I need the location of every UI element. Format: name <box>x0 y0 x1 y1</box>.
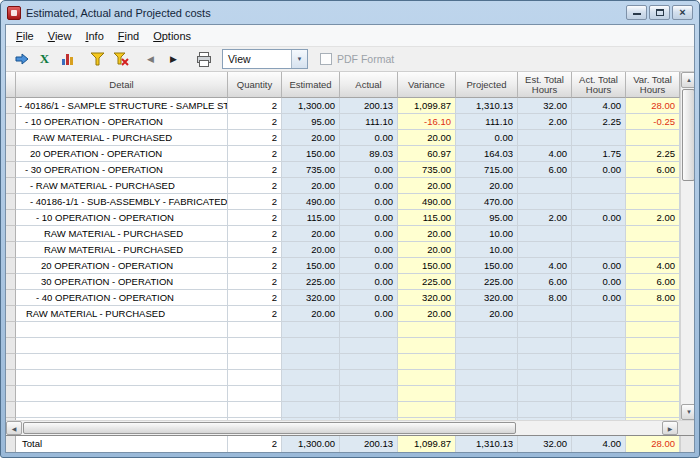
cell-var_hours <box>626 354 680 370</box>
filter-icon <box>90 52 105 66</box>
cell-detail: RAW MATERIAL - PURCHASED <box>16 242 228 258</box>
window-content: FileViewInfoFindOptions X ◀ ▶ <box>5 24 695 453</box>
cell-detail: - 30 OPERATION - OPERATION <box>16 162 228 178</box>
filter-button[interactable] <box>86 49 109 70</box>
menu-item-file[interactable]: File <box>9 27 41 45</box>
chart-button[interactable] <box>56 49 79 70</box>
print-button[interactable] <box>192 49 215 70</box>
cell-projected: 111.10 <box>456 114 518 130</box>
row-selector[interactable] <box>6 274 16 290</box>
previous-button[interactable]: ◀ <box>139 49 162 70</box>
cell-act_hours: 2.25 <box>572 114 626 130</box>
table-row[interactable]: 20 OPERATION - OPERATION2150.0089.0360.9… <box>6 146 680 162</box>
table-row[interactable]: RAW MATERIAL - PURCHASED220.000.0020.002… <box>6 306 680 322</box>
column-header-variance[interactable]: Variance <box>398 72 456 98</box>
row-selector[interactable] <box>6 162 16 178</box>
vertical-scrollbar[interactable]: ▲ ▼ <box>680 72 694 420</box>
cell-actual: 0.00 <box>340 274 398 290</box>
close-button[interactable]: × <box>672 5 693 20</box>
menu-item-find[interactable]: Find <box>111 27 146 45</box>
table-row[interactable]: - 40186-1/1 - SUB-ASSEMBLY - FABRICATED2… <box>6 194 680 210</box>
row-selector[interactable] <box>6 98 16 114</box>
row-selector[interactable] <box>6 242 16 258</box>
table-row[interactable]: 30 OPERATION - OPERATION2225.000.00225.0… <box>6 274 680 290</box>
cell-projected: 10.00 <box>456 226 518 242</box>
row-selector[interactable] <box>6 290 16 306</box>
cell-estimated: 95.00 <box>282 114 340 130</box>
vertical-scroll-thumb[interactable] <box>682 89 694 181</box>
scroll-down-button[interactable]: ▼ <box>681 404 694 420</box>
column-header-estimated[interactable]: Estimated <box>282 72 340 98</box>
column-header-projected[interactable]: Projected <box>456 72 518 98</box>
cell-variance: 150.00 <box>398 258 456 274</box>
pdf-format-label: PDF Format <box>337 53 394 65</box>
excel-export-button[interactable]: X <box>33 49 56 70</box>
view-dropdown[interactable]: View ▼ <box>222 49 308 69</box>
column-header-act_hours[interactable]: Act. Total Hours <box>572 72 626 98</box>
table-row[interactable]: - 10 OPERATION - OPERATION2115.000.00115… <box>6 210 680 226</box>
column-header-quantity[interactable]: Quantity <box>228 72 282 98</box>
cell-actual <box>340 354 398 370</box>
scroll-up-button[interactable]: ▲ <box>681 72 694 88</box>
scroll-right-button[interactable]: ▶ <box>662 421 678 435</box>
table-row-empty <box>6 354 680 370</box>
exit-button[interactable] <box>10 49 33 70</box>
cell-projected: 20.00 <box>456 178 518 194</box>
cell-projected <box>456 386 518 402</box>
menu-item-view[interactable]: View <box>41 27 79 45</box>
column-header-var_hours[interactable]: Var. Total Hours <box>626 72 680 98</box>
row-selector[interactable] <box>6 226 16 242</box>
table-row-empty <box>6 338 680 354</box>
pdf-format-checkbox[interactable] <box>320 53 332 65</box>
cell-var_hours: 2.25 <box>626 146 680 162</box>
exit-icon <box>14 51 30 67</box>
cell-detail <box>16 402 228 418</box>
cell-projected: 0.00 <box>456 130 518 146</box>
minimize-button[interactable] <box>626 5 647 20</box>
cell-variance: 60.97 <box>398 146 456 162</box>
cost-grid: DetailQuantityEstimatedActualVariancePro… <box>6 72 694 452</box>
table-row[interactable]: RAW MATERIAL - PURCHASED220.000.0020.001… <box>6 226 680 242</box>
row-selector[interactable] <box>6 194 16 210</box>
row-selector[interactable] <box>6 130 16 146</box>
row-selector[interactable] <box>6 258 16 274</box>
menu-item-info[interactable]: Info <box>78 27 110 45</box>
column-header-actual[interactable]: Actual <box>340 72 398 98</box>
cell-quantity: 2 <box>228 436 282 452</box>
row-selector[interactable] <box>6 178 16 194</box>
table-row[interactable]: - 10 OPERATION - OPERATION295.00111.10-1… <box>6 114 680 130</box>
horizontal-scroll-thumb[interactable] <box>23 422 516 434</box>
table-row[interactable]: - RAW MATERIAL - PURCHASED220.000.0020.0… <box>6 178 680 194</box>
table-row[interactable]: RAW MATERIAL - PURCHASED220.000.0020.000… <box>6 130 680 146</box>
vertical-scroll-track[interactable] <box>681 88 694 404</box>
table-row[interactable]: 20 OPERATION - OPERATION2150.000.00150.0… <box>6 258 680 274</box>
cell-est_hours <box>518 338 572 354</box>
table-row[interactable]: RAW MATERIAL - PURCHASED220.000.0020.001… <box>6 242 680 258</box>
row-selector[interactable] <box>6 114 16 130</box>
row-selector[interactable] <box>6 146 16 162</box>
dropdown-arrow-icon[interactable]: ▼ <box>291 50 307 68</box>
scroll-left-button[interactable]: ◀ <box>6 421 22 435</box>
cell-estimated: 20.00 <box>282 178 340 194</box>
horizontal-scrollbar[interactable]: ◀ ▶ <box>6 420 694 435</box>
cell-actual <box>340 322 398 338</box>
cell-detail <box>16 338 228 354</box>
column-header-est_hours[interactable]: Est. Total Hours <box>518 72 572 98</box>
row-selector-header <box>6 72 16 98</box>
table-row[interactable]: - 30 OPERATION - OPERATION2735.000.00735… <box>6 162 680 178</box>
table-row[interactable]: - 40 OPERATION - OPERATION2320.000.00320… <box>6 290 680 306</box>
maximize-button[interactable] <box>649 5 670 20</box>
title-bar[interactable]: Estimated, Actual and Projected costs × <box>5 1 695 24</box>
row-selector[interactable] <box>6 306 16 322</box>
clear-filter-button[interactable] <box>109 49 132 70</box>
cell-est_hours: 2.00 <box>518 210 572 226</box>
cell-actual: 0.00 <box>340 162 398 178</box>
cell-variance: 115.00 <box>398 210 456 226</box>
horizontal-scroll-track[interactable] <box>22 421 662 435</box>
menu-item-options[interactable]: Options <box>146 27 198 45</box>
column-header-detail[interactable]: Detail <box>16 72 228 98</box>
row-selector[interactable] <box>6 210 16 226</box>
table-row[interactable]: - 40186/1 - SAMPLE STRUCTURE - SAMPLE ST… <box>6 98 680 114</box>
next-button[interactable]: ▶ <box>162 49 185 70</box>
cell-detail: - 40186/1 - SAMPLE STRUCTURE - SAMPLE ST… <box>16 98 228 114</box>
